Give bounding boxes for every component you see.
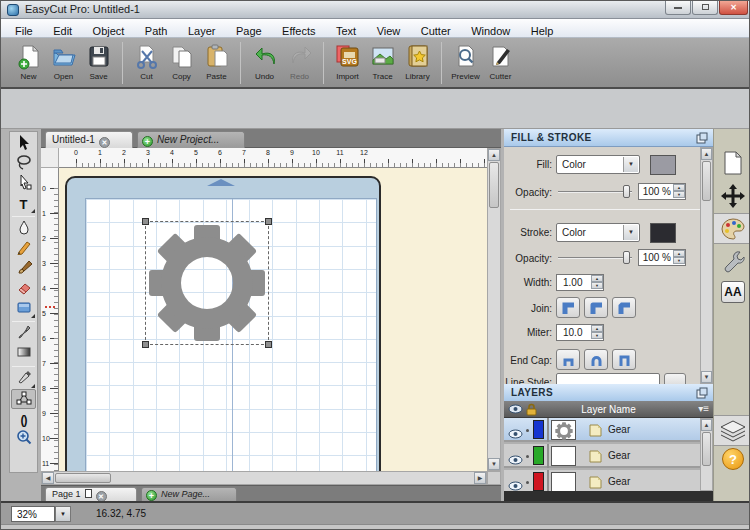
spin-up-icon[interactable]: ▲	[673, 250, 685, 257]
zoom-tool[interactable]	[11, 429, 36, 449]
copy-button[interactable]: Copy	[164, 42, 199, 81]
new-button[interactable]: New	[11, 42, 46, 81]
zoom-dropdown-button[interactable]: ▼	[55, 506, 71, 522]
scroll-up-icon[interactable]: ▲	[488, 149, 500, 161]
spin-up-icon[interactable]: ▲	[591, 325, 603, 332]
menu-help[interactable]: Help	[523, 24, 562, 38]
layer-color-bar[interactable]	[533, 446, 544, 465]
ink-tool[interactable]	[11, 219, 36, 239]
menu-cutter[interactable]: Cutter	[413, 24, 459, 38]
help-button[interactable]: ?	[714, 445, 750, 476]
knife-tool[interactable]	[11, 369, 36, 389]
trace-button[interactable]: Trace	[365, 42, 400, 81]
cap-butt-button[interactable]	[556, 349, 580, 370]
cutter-button[interactable]: Cutter	[483, 42, 518, 81]
panel-popout-icon[interactable]	[696, 387, 708, 401]
fill-opacity-spinner[interactable]: 100 %▲▼	[638, 183, 686, 200]
fonts-panel-button[interactable]: AA	[714, 278, 750, 309]
miter-input[interactable]: 10.0▲▼	[556, 324, 604, 341]
line-style-dropdown[interactable]	[556, 373, 660, 384]
menu-window[interactable]: Window	[463, 24, 518, 38]
menu-layer[interactable]: Layer	[180, 24, 224, 38]
fill-stroke-panel-button[interactable]	[714, 213, 750, 244]
layer-row[interactable]: Gear	[504, 444, 700, 468]
new-page-tab[interactable]: +New Page...	[141, 487, 237, 502]
undo-button[interactable]: Undo	[247, 42, 282, 81]
paste-button[interactable]: Paste	[199, 42, 234, 81]
join-round-button[interactable]	[584, 297, 608, 318]
tab-close-icon[interactable]: ✕	[99, 137, 110, 148]
preview-button[interactable]: Preview	[448, 42, 483, 81]
menu-effects[interactable]: Effects	[274, 24, 323, 38]
tab-untitled-1[interactable]: Untitled-1✕	[45, 131, 133, 148]
selection-handle[interactable]	[142, 218, 149, 225]
menu-object[interactable]: Object	[85, 24, 133, 38]
fill-opacity-slider[interactable]	[558, 185, 632, 199]
stroke-type-dropdown[interactable]: Color▼	[556, 223, 640, 242]
join-bevel-button[interactable]	[612, 297, 636, 318]
layer-thumbnail[interactable]	[551, 472, 576, 492]
layer-color-bar[interactable]	[533, 420, 544, 439]
fill-type-dropdown[interactable]: Color▼	[556, 155, 640, 174]
visibility-eye-icon[interactable]	[508, 451, 523, 469]
slider-thumb[interactable]	[623, 251, 630, 264]
layer-thumbnail[interactable]	[551, 446, 576, 466]
cut-button[interactable]: Cut	[129, 42, 164, 81]
canvas-viewport[interactable]	[59, 168, 487, 471]
import-button[interactable]: SVGImport	[330, 42, 365, 81]
direct-select-tool[interactable]	[11, 174, 36, 194]
eraser-tool[interactable]	[11, 279, 36, 299]
join-miter-button[interactable]	[556, 297, 580, 318]
stroke-opacity-slider[interactable]	[558, 251, 632, 265]
lock-dot[interactable]	[526, 481, 529, 484]
transform-panel-button[interactable]	[714, 180, 750, 211]
scroll-down-icon[interactable]: ▼	[701, 371, 712, 383]
select-tool[interactable]	[11, 134, 36, 154]
tab-page-1[interactable]: Page 1✕	[45, 487, 137, 502]
visibility-eye-icon[interactable]	[508, 425, 523, 443]
minimize-button[interactable]	[665, 1, 691, 15]
layers-scrollbar[interactable]: ▲	[700, 418, 713, 491]
selection-handle[interactable]	[142, 341, 149, 348]
spin-up-icon[interactable]: ▲	[591, 275, 603, 282]
spin-down-icon[interactable]: ▼	[591, 282, 603, 289]
settings-panel-button[interactable]	[714, 246, 750, 277]
scroll-right-icon[interactable]: ▶	[474, 472, 486, 484]
menu-edit[interactable]: Edit	[45, 24, 80, 38]
scroll-up-icon[interactable]: ▲	[701, 148, 712, 160]
eyedropper-tool[interactable]	[11, 324, 36, 344]
scroll-up-icon[interactable]: ▲	[701, 419, 712, 431]
close-button[interactable]: ✕	[719, 1, 748, 15]
save-button[interactable]: Save	[81, 42, 116, 81]
scroll-left-icon[interactable]: ◀	[42, 472, 54, 484]
menu-text[interactable]: Text	[328, 24, 364, 38]
spin-up-icon[interactable]: ▲	[673, 184, 685, 191]
pages-panel-button[interactable]	[714, 147, 750, 178]
scroll-down-icon[interactable]: ▼	[488, 458, 500, 470]
maximize-button[interactable]	[692, 1, 718, 15]
open-button[interactable]: Open	[46, 42, 81, 81]
horizontal-scrollbar[interactable]: ◀ ▶	[41, 471, 487, 485]
menu-path[interactable]: Path	[137, 24, 176, 38]
redo-button[interactable]: Redo	[282, 42, 317, 81]
panel-scroll-thumb[interactable]	[702, 161, 711, 201]
layers-menu-icon[interactable]: ▾≡	[698, 403, 709, 414]
panel-scrollbar[interactable]: ▲ ▼	[700, 147, 713, 384]
menu-view[interactable]: View	[369, 24, 409, 38]
node-edit-tool[interactable]	[11, 389, 36, 409]
library-button[interactable]: Library	[400, 42, 435, 81]
selection-handle[interactable]	[265, 341, 272, 348]
spin-down-icon[interactable]: ▼	[591, 332, 603, 339]
layer-thumbnail[interactable]	[551, 420, 576, 440]
lock-dot[interactable]	[526, 429, 529, 432]
layer-row[interactable]: Gear	[504, 418, 700, 442]
cap-round-button[interactable]	[584, 349, 608, 370]
selection-handle[interactable]	[265, 218, 272, 225]
zoom-level-input[interactable]: 32%	[11, 506, 55, 522]
rectangle-tool[interactable]	[11, 299, 36, 319]
wrap-tool[interactable]: ()	[11, 409, 36, 429]
panel-popout-icon[interactable]	[696, 132, 708, 146]
text-tool[interactable]: T	[11, 194, 36, 214]
cap-square-button[interactable]	[612, 349, 636, 370]
line-style-edit-button[interactable]	[664, 373, 686, 384]
